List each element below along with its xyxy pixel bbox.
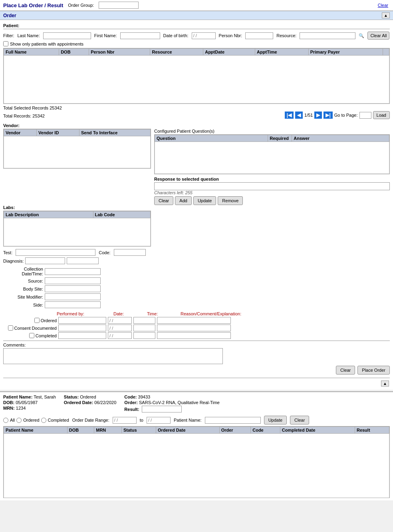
collection-datetime-input[interactable] [45,268,101,275]
bottom-ordered-date-line: Ordered Date: 06/22/2020 [64,400,116,405]
last-name-input[interactable] [43,32,91,39]
bottom-dob-label: DOB: [3,400,14,405]
filter-patient-name-input[interactable] [205,417,261,424]
radio-completed[interactable] [41,418,46,423]
header-clear-link[interactable]: Clear [378,3,388,8]
body-site-row: Body Site: [3,285,390,292]
clear-all-button[interactable]: Clear All [367,32,389,40]
vendor-col-send: Send To Interface [79,130,150,136]
radio-all[interactable] [3,418,8,423]
code-input[interactable] [114,249,146,256]
col-resource: Resource [150,49,203,56]
test-label: Test: [3,250,12,255]
collection-datetime-row: Collection Date/Time: [3,267,390,276]
ordered-checkbox[interactable] [34,318,40,323]
consent-performed-by[interactable] [58,325,106,331]
labs-label: Labs: [3,205,390,210]
result-input[interactable] [142,406,182,412]
diagnosis-input2[interactable] [67,257,99,264]
person-nbr-input[interactable] [245,32,273,39]
order-section-content: Patient: Filter: Last Name: First Name: … [0,20,393,390]
bt-col-code: Code [251,427,280,434]
col-appt-time: ApptTime [255,49,309,56]
patient-row: Patient: [3,22,390,29]
ordered-time[interactable] [133,317,155,324]
response-clear-button[interactable]: Clear [154,196,173,205]
date-from-input[interactable] [113,417,137,424]
show-appt-checkbox[interactable] [3,41,8,46]
prev-page-button[interactable]: ◀ [295,112,303,119]
response-remove-button[interactable]: Remove [218,196,243,205]
comments-textarea[interactable] [3,348,223,364]
order-section-title: Order [3,13,16,18]
first-name-label: First Name: [94,33,117,38]
col-scroll [383,49,389,56]
ordered-performed-by[interactable] [58,317,106,324]
ordered-date[interactable] [108,317,132,324]
update-button[interactable]: Update [264,416,287,424]
completed-checkbox[interactable] [29,333,34,338]
patient-table-wrapper: Full Name DOB Person Nbr Resource ApptDa… [3,48,390,104]
vendor-table-wrapper: Vendor Vendor ID Send To Interface [3,129,151,169]
place-order-button[interactable]: Place Order [357,366,390,375]
vendor-panel: Vendor Vendor ID Send To Interface [3,129,151,205]
order-bottom-collapse-button[interactable]: ▲ [381,381,389,387]
go-to-page-input[interactable] [359,112,371,119]
search-icon[interactable]: 🔍 [359,33,364,38]
response-add-button[interactable]: Add [175,196,192,205]
load-button[interactable]: Load [373,111,390,119]
site-modifier-row: Site Modifier: [3,293,390,300]
consent-label: Consent Documented [14,326,57,331]
question-table: Question Required Answer [155,135,389,174]
completed-time[interactable] [133,332,155,339]
question-table-wrapper: Question Required Answer [154,134,390,174]
collection-section: Collection Date/Time: Source: Body Site:… [3,267,390,308]
bt-col-patient-name: Patient Name [4,427,67,434]
completed-reason[interactable] [157,332,231,339]
side-label: Side: [3,303,43,307]
last-page-button[interactable]: ▶| [324,112,332,119]
col-person-nbr: Person Nbr [89,49,150,56]
order-group-input[interactable] [99,2,139,9]
clear-button[interactable]: Clear [336,366,355,375]
order-collapse-button[interactable]: ▲ [382,12,390,18]
bottom-clear-button[interactable]: Clear [290,416,309,424]
body-site-input[interactable] [45,285,101,292]
consent-checkbox[interactable] [8,325,13,331]
completed-date[interactable] [108,332,132,339]
vendor-label: Vendor: [3,123,390,128]
filter-patient-name-label: Patient Name: [174,418,202,422]
consent-date[interactable] [108,325,132,331]
consent-time[interactable] [133,325,155,331]
col-appt-date: ApptDate [203,49,255,56]
test-input[interactable] [16,249,95,256]
side-input[interactable] [45,301,101,308]
diagnosis-input1[interactable] [25,257,65,264]
completed-performed-by[interactable] [58,332,106,339]
site-modifier-input[interactable] [45,293,101,300]
source-input[interactable] [45,277,101,284]
q-col-answer: Answer [292,135,389,142]
filter-row: Filter: Last Name: First Name: Date of b… [3,32,390,40]
top-bar: Place Lab Order / Result Order Group: Cl… [0,0,393,11]
first-page-button[interactable]: |◀ [285,112,294,119]
configured-questions-label: Configured Patient Question(s) [154,129,390,133]
side-row: Side: [3,301,390,308]
response-input[interactable] [154,182,390,190]
to-label: to [140,418,143,422]
source-label: Source: [3,279,43,283]
radio-completed-label: Completed [48,418,69,422]
performed-headers: Performed by: Date: Time: Reason/Comment… [3,311,390,316]
bottom-info-col-3: Code: 39433 Order: SARS-CoV-2 RNA, Quali… [124,395,220,414]
radio-ordered[interactable] [16,418,22,423]
consent-reason[interactable] [157,325,231,331]
next-page-button[interactable]: ▶ [314,112,322,119]
ordered-reason[interactable] [157,317,231,324]
first-name-input[interactable] [120,32,160,39]
response-update-button[interactable]: Update [193,196,216,205]
bottom-order-line: Order: SARS-CoV-2 RNA, Qualitative Real-… [124,400,220,405]
resource-input[interactable] [300,32,355,39]
dob-input[interactable] [192,32,216,39]
show-appt-label: Show only patients with appointments [10,42,83,46]
date-to-input[interactable] [147,417,171,424]
